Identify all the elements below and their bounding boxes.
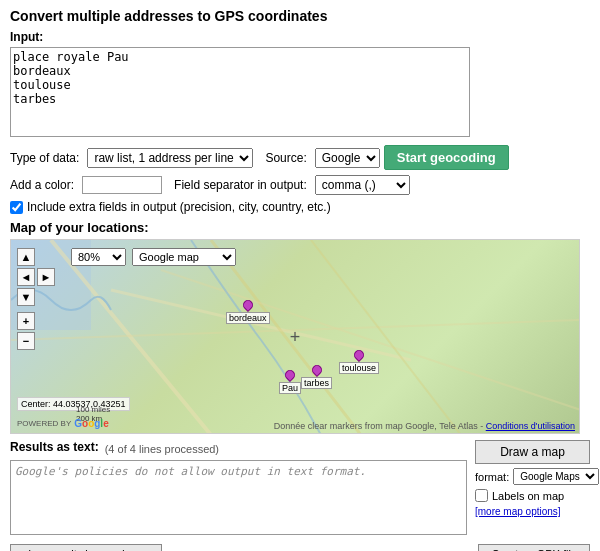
attribution-link[interactable]: Conditions d'utilisation — [486, 421, 575, 431]
marker-pau: Pau — [279, 370, 301, 394]
more-map-options-link[interactable]: [more map options] — [475, 506, 590, 517]
labels-on-map-checkbox[interactable] — [475, 489, 488, 502]
extra-fields-checkbox[interactable] — [10, 201, 23, 214]
map-container: ▲ ◄ ► ▼ + − 50%60%70%80%90 — [10, 239, 580, 434]
marker-toulouse: toulouse — [339, 350, 379, 374]
marker-pin — [309, 363, 323, 377]
map-up-button[interactable]: ▲ — [17, 248, 35, 266]
map-powered-by: POWERED BY Google — [17, 418, 109, 429]
clear-button[interactable]: clear results box and map — [10, 544, 162, 551]
marker-pin — [352, 348, 366, 362]
map-zoom-out-button[interactable]: − — [17, 332, 35, 350]
results-right: Draw a map format: Google Maps OpenLayer… — [475, 440, 590, 517]
marker-pin — [283, 368, 297, 382]
map-attribution: Donnée clear markers from map Google, Te… — [274, 421, 575, 431]
draw-map-button[interactable]: Draw a map — [475, 440, 590, 464]
zoom-in-icon: + — [23, 315, 29, 327]
bottom-row: clear results box and map Create a GPX f… — [10, 544, 590, 551]
map-title: Map of your locations: — [10, 220, 590, 235]
marker-bordeaux: bordeaux — [226, 300, 270, 324]
source-label: Source: — [265, 151, 306, 165]
map-right-button[interactable]: ► — [37, 268, 55, 286]
svg-line-4 — [11, 320, 579, 340]
map-controls-left: ▲ ◄ ► ▼ + − — [17, 248, 55, 350]
up-arrow-icon: ▲ — [21, 251, 32, 263]
results-left: Results as text: (4 of 4 lines processed… — [10, 440, 467, 538]
map-down-button[interactable]: ▼ — [17, 288, 35, 306]
zoom-out-icon: − — [23, 335, 29, 347]
left-arrow-icon: ◄ — [21, 271, 32, 283]
input-label: Input: — [10, 30, 590, 44]
labels-row: Labels on map — [475, 489, 590, 502]
separator-select[interactable]: comma (,) semicolon (;) tab pipe (|) — [315, 175, 410, 195]
marker-label: toulouse — [339, 362, 379, 374]
separator-label: Field separator in output: — [174, 178, 307, 192]
source-select[interactable]: Google — [315, 148, 380, 168]
google-logo: Google — [74, 418, 108, 429]
marker-label: tarbes — [301, 377, 332, 389]
color-input[interactable] — [82, 176, 162, 194]
map-left-button[interactable]: ◄ — [17, 268, 35, 286]
data-type-label: Type of data: — [10, 151, 79, 165]
extra-fields-label: Include extra fields in output (precisio… — [27, 200, 331, 214]
marker-tarbes: tarbes — [301, 365, 332, 389]
marker-label: bordeaux — [226, 312, 270, 324]
page-title: Convert multiple addresses to GPS coordi… — [10, 8, 590, 24]
data-type-select[interactable]: raw list, 1 address per line — [87, 148, 253, 168]
format-select[interactable]: Google Maps OpenLayers Leaflet — [513, 468, 599, 485]
labels-on-map-label: Labels on map — [492, 490, 564, 502]
map-controls-top: 50%60%70%80%90%100% Google map OpenStree… — [71, 248, 236, 266]
create-gpx-button[interactable]: Create a GPX file — [478, 544, 590, 551]
down-arrow-icon: ▼ — [21, 291, 32, 303]
map-zoom-in-button[interactable]: + — [17, 312, 35, 330]
svg-line-6 — [311, 240, 461, 433]
svg-line-5 — [161, 270, 579, 410]
svg-line-3 — [211, 240, 361, 433]
format-row: format: Google Maps OpenLayers Leaflet — [475, 468, 590, 485]
marker-label: Pau — [279, 382, 301, 394]
results-title: Results as text: — [10, 440, 99, 454]
map-center-text: Center: 44.03537,0.43251 — [17, 397, 130, 411]
map-type-select[interactable]: Google map OpenStreetMap — [132, 248, 236, 266]
input-textarea[interactable]: place royale Pau bordeaux toulouse tarbe… — [10, 47, 470, 137]
results-textarea[interactable]: Google's policies do not allow output in… — [10, 460, 467, 535]
color-label: Add a color: — [10, 178, 74, 192]
results-count: (4 of 4 lines processed) — [105, 443, 219, 455]
format-label: format: — [475, 471, 509, 483]
start-geocoding-button[interactable]: Start geocoding — [384, 145, 509, 170]
marker-pin — [241, 298, 255, 312]
map-zoom-select[interactable]: 50%60%70%80%90%100% — [71, 248, 126, 266]
results-section: Results as text: (4 of 4 lines processed… — [10, 440, 590, 538]
right-arrow-icon: ► — [41, 271, 52, 283]
